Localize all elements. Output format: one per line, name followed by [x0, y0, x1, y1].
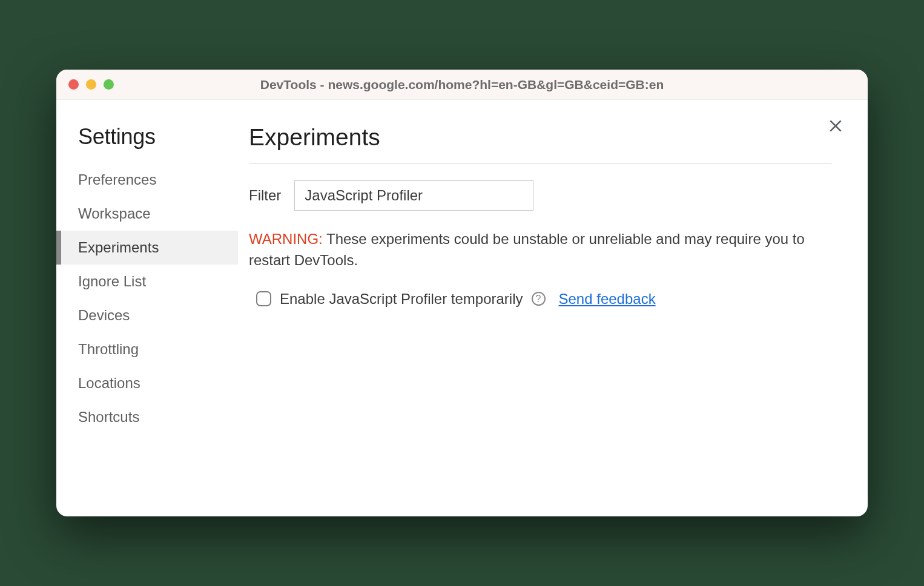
settings-main: Experiments Filter WARNING: These experi…: [238, 100, 868, 516]
sidebar-item-label: Shortcuts: [78, 409, 139, 425]
zoom-window-icon[interactable]: [104, 79, 114, 90]
traffic-lights: [68, 79, 114, 90]
sidebar-item-label: Throttling: [78, 341, 139, 357]
sidebar-title: Settings: [56, 124, 238, 163]
sidebar-item-label: Devices: [78, 307, 130, 323]
sidebar-item-ignore-list[interactable]: Ignore List: [56, 265, 238, 298]
close-icon: [828, 118, 843, 134]
sidebar-item-workspace[interactable]: Workspace: [56, 197, 238, 231]
warning-text: These experiments could be unstable or u…: [249, 231, 805, 268]
sidebar-item-preferences[interactable]: Preferences: [56, 163, 238, 197]
window-title: DevTools - news.google.com/home?hl=en-GB…: [56, 77, 868, 92]
filter-label: Filter: [249, 187, 281, 204]
page-title: Experiments: [249, 124, 831, 163]
minimize-window-icon[interactable]: [86, 79, 96, 90]
sidebar-item-locations[interactable]: Locations: [56, 366, 238, 400]
filter-row: Filter: [249, 180, 831, 211]
sidebar-item-label: Ignore List: [78, 273, 146, 289]
experiment-label: Enable JavaScript Profiler temporarily: [280, 291, 523, 308]
experiments-warning: WARNING: These experiments could be unst…: [249, 229, 831, 271]
sidebar-item-devices[interactable]: Devices: [56, 298, 238, 332]
titlebar: DevTools - news.google.com/home?hl=en-GB…: [56, 70, 868, 100]
experiment-checkbox[interactable]: [256, 291, 271, 306]
sidebar-item-label: Workspace: [78, 205, 151, 222]
sidebar-item-shortcuts[interactable]: Shortcuts: [56, 400, 238, 434]
sidebar-item-label: Experiments: [78, 239, 159, 255]
sidebar-item-label: Preferences: [78, 171, 156, 188]
filter-input[interactable]: [294, 180, 533, 211]
warning-label: WARNING:: [249, 231, 323, 247]
send-feedback-link[interactable]: Send feedback: [559, 291, 656, 308]
devtools-window: DevTools - news.google.com/home?hl=en-GB…: [56, 70, 868, 516]
sidebar-item-label: Locations: [78, 375, 140, 391]
experiment-row: Enable JavaScript Profiler temporarily ?…: [249, 291, 831, 308]
help-icon[interactable]: ?: [532, 292, 546, 306]
settings-body: Settings Preferences Workspace Experimen…: [56, 100, 868, 516]
close-window-icon[interactable]: [68, 79, 79, 90]
settings-sidebar: Settings Preferences Workspace Experimen…: [56, 100, 238, 516]
sidebar-item-throttling[interactable]: Throttling: [56, 332, 238, 366]
sidebar-item-experiments[interactable]: Experiments: [56, 231, 238, 265]
close-settings-button[interactable]: [828, 118, 843, 136]
